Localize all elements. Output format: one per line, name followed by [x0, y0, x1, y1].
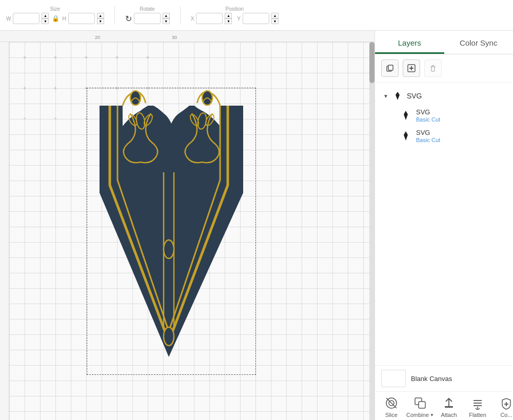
canvas-label-text: Blank Canvas: [411, 375, 452, 383]
height-up[interactable]: ▲: [97, 13, 104, 18]
layer-item-1-name: SVG: [416, 129, 440, 136]
rotate-down[interactable]: ▼: [163, 18, 170, 24]
divider-1: [114, 6, 115, 25]
layer-item-1-icon: [400, 130, 412, 142]
y-down[interactable]: ▼: [271, 18, 279, 24]
rotate-inputs: ↻ ▲ ▼: [125, 13, 170, 24]
artwork-svg: [89, 90, 253, 372]
layer-item-1-sub: Basic Cut: [416, 137, 440, 143]
y-label: Y: [237, 16, 241, 22]
svg-rect-16: [388, 65, 393, 70]
position-group: Position X ▲ ▼ Y ▲ ▼: [191, 6, 279, 24]
divider-2: [180, 6, 181, 25]
trash-icon: [429, 64, 437, 72]
svg-rect-28: [445, 406, 453, 408]
slice-action[interactable]: Slice: [377, 396, 406, 418]
layer-item-0-sub: Basic Cut: [416, 116, 440, 123]
combine-chevron-icon: ▼: [430, 413, 434, 417]
scrollbar-vertical[interactable]: [369, 42, 374, 420]
svg-point-14: [164, 240, 174, 258]
canvas-grid: [9, 42, 369, 420]
canvas-label-row: Blank Canvas: [375, 365, 513, 391]
slice-icon: [384, 396, 399, 410]
attach-action[interactable]: Attach: [435, 396, 463, 418]
y-stepper: ▲ ▼: [271, 13, 279, 24]
width-w-label: W: [6, 16, 11, 22]
combine-label: Combine: [406, 412, 429, 418]
layer-group-header[interactable]: ▼ SVG: [379, 87, 509, 105]
combine-icon: [413, 396, 427, 410]
width-row: W ▲ ▼: [6, 13, 49, 24]
copy-icon: [386, 64, 394, 72]
width-stepper: ▲ ▼: [42, 13, 49, 24]
attach-label: Attach: [441, 412, 457, 418]
attach-icon: [442, 396, 456, 410]
rotate-up[interactable]: ▲: [163, 13, 170, 18]
scrollbar-thumb[interactable]: [369, 42, 374, 83]
ruler-mark-20: 20: [95, 35, 100, 40]
layer-group-label: SVG: [407, 92, 422, 100]
bottom-action-bar: Slice Combine ▼: [375, 391, 513, 420]
x-input[interactable]: [196, 13, 223, 24]
x-stepper: ▲ ▼: [225, 13, 232, 24]
layer-item-0-info: SVG Basic Cut: [416, 108, 440, 123]
height-h-label: H: [62, 16, 66, 22]
chevron-down-icon: ▼: [383, 93, 388, 99]
x-down[interactable]: ▼: [225, 18, 232, 24]
ruler-horizontal: 20 30: [0, 31, 374, 42]
position-inputs: X ▲ ▼ Y ▲ ▼: [191, 13, 279, 24]
y-input[interactable]: [243, 13, 269, 24]
rotate-group: Rotate ↻ ▲ ▼: [125, 6, 170, 24]
flatten-label: Flatten: [469, 412, 486, 418]
height-row: H ▲ ▼: [62, 13, 104, 24]
svg-point-11: [164, 327, 174, 346]
tab-layers[interactable]: Layers: [375, 34, 444, 54]
lock-icon[interactable]: 🔒: [51, 13, 60, 24]
layer-item-0-icon: [400, 109, 412, 122]
x-label: X: [191, 16, 194, 22]
top-toolbar: Size W ▲ ▼ 🔒 H ▲ ▼ Rotate: [0, 0, 513, 31]
layer-item-0-name: SVG: [416, 108, 440, 116]
height-stepper: ▲ ▼: [97, 13, 104, 24]
size-inputs: W ▲ ▼ 🔒 H ▲ ▼: [6, 13, 104, 24]
layer-item-1-info: SVG Basic Cut: [416, 129, 440, 143]
height-input[interactable]: [68, 13, 95, 24]
delete-layer-button[interactable]: [424, 59, 442, 77]
width-down[interactable]: ▼: [42, 18, 49, 24]
height-down[interactable]: ▼: [97, 18, 104, 24]
flatten-icon: [470, 396, 485, 410]
rotate-input[interactable]: [134, 13, 161, 24]
right-panel: Layers Color Sync: [374, 31, 513, 420]
panel-tabs: Layers Color Sync: [375, 31, 513, 54]
width-input[interactable]: [13, 13, 40, 24]
add-icon: [407, 64, 416, 72]
canvas-area[interactable]: 20 30: [0, 31, 374, 420]
y-up[interactable]: ▲: [271, 13, 279, 18]
rotate-label: Rotate: [140, 6, 154, 12]
width-up[interactable]: ▲: [42, 13, 49, 18]
tab-color-sync[interactable]: Color Sync: [444, 34, 514, 54]
panel-toolbar: [375, 54, 513, 83]
more-label: Co...: [500, 412, 512, 418]
size-label: Size: [50, 6, 60, 12]
layer-group-svg: ▼ SVG SVG: [375, 87, 513, 146]
combine-label-row: Combine ▼: [406, 412, 434, 418]
artwork-container: [89, 90, 253, 372]
copy-layer-button[interactable]: [381, 59, 399, 77]
rotate-icon: ↻: [125, 14, 132, 24]
layer-item-0[interactable]: SVG Basic Cut: [379, 105, 509, 126]
slice-label: Slice: [385, 412, 398, 418]
main-content: 20 30: [0, 31, 513, 420]
flatten-action[interactable]: Flatten: [463, 396, 492, 418]
add-layer-button[interactable]: [403, 59, 420, 77]
combine-action[interactable]: Combine ▼: [406, 396, 435, 418]
more-action[interactable]: Co...: [492, 396, 513, 418]
position-label: Position: [226, 6, 244, 12]
rotate-stepper: ▲ ▼: [163, 13, 170, 24]
layer-item-1[interactable]: SVG Basic Cut: [379, 126, 509, 146]
svg-rect-27: [419, 402, 425, 408]
layers-list: ▼ SVG SVG: [375, 83, 513, 365]
x-up[interactable]: ▲: [225, 13, 232, 18]
more-icon: [499, 396, 513, 410]
group-icon: [391, 90, 404, 102]
